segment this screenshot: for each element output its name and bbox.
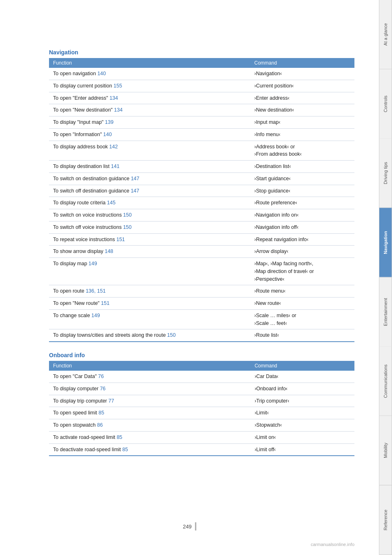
page-number: 249	[183, 522, 196, 530]
table-row: To open "Information" 140›Info menu‹	[49, 128, 354, 141]
function-cell: To switch on voice instructions 150	[49, 209, 250, 222]
function-cell: To open "Enter address" 134	[49, 92, 250, 104]
side-tabs: At a glanceControlsDriving tipsNavigatio…	[379, 0, 392, 555]
side-tab-entertainment[interactable]: Entertainment	[379, 278, 392, 347]
function-cell: To display destination list 141	[49, 161, 250, 173]
function-cell: To open navigation 140	[49, 68, 250, 80]
table-row: To display "Input map" 139›Input map‹	[49, 116, 354, 129]
function-cell: To display "Input map" 139	[49, 116, 250, 129]
page-container: Navigation Function Command To open navi…	[0, 0, 392, 555]
table-row: To open "Car Data" 76›Car Data‹	[49, 371, 354, 383]
function-cell: To display map 149	[49, 258, 250, 285]
command-cell: ›Arrow display‹	[250, 246, 354, 258]
command-cell: ›Start guidance‹	[250, 172, 354, 185]
table-row: To open stopwatch 86›Stopwatch‹	[49, 419, 354, 432]
side-tab-mobility[interactable]: Mobility	[379, 416, 392, 486]
table-row: To switch on destination guidance 147›St…	[49, 172, 354, 185]
navigation-title: Navigation	[49, 49, 354, 56]
function-cell: To display route criteria 145	[49, 197, 250, 209]
table-row: To display computer 76›Onboard info‹	[49, 383, 354, 395]
onboard-col-function: Function	[49, 361, 250, 371]
table-row: To deactivate road-speed limit 85›Limit …	[49, 443, 354, 456]
table-row: To display destination list 141›Destinat…	[49, 161, 354, 173]
function-cell: To switch off destination guidance 147	[49, 185, 250, 197]
command-cell: ›Current position‹	[250, 80, 354, 92]
function-cell: To display towns/cities and streets alon…	[49, 329, 250, 342]
function-cell: To display computer 76	[49, 383, 250, 395]
function-cell: To display trip computer 77	[49, 395, 250, 407]
side-tab-communications[interactable]: Communications	[379, 347, 392, 416]
side-tab-driving-tips[interactable]: Driving tips	[379, 139, 392, 208]
table-row: To switch off voice instructions 150›Nav…	[49, 221, 354, 233]
function-cell: To switch on destination guidance 147	[49, 172, 250, 185]
command-cell: ›Navigation info on‹	[250, 209, 354, 222]
table-row: To repeat voice instructions 151›Repeat …	[49, 233, 354, 246]
function-cell: To open "Information" 140	[49, 128, 250, 141]
command-cell: ›Scale … miles‹ or ›Scale … feet‹	[250, 309, 354, 329]
function-cell: To open route 136, 151	[49, 285, 250, 298]
command-cell: ›Trip computer‹	[250, 395, 354, 407]
function-cell: To open stopwatch 86	[49, 419, 250, 432]
command-cell: ›Onboard info‹	[250, 383, 354, 395]
table-row: To change scale 149›Scale … miles‹ or ›S…	[49, 309, 354, 329]
watermark: carmanualsonline.info	[311, 542, 354, 547]
table-row: To switch off destination guidance 147›S…	[49, 185, 354, 197]
command-cell: ›Stop guidance‹	[250, 185, 354, 197]
navigation-table: Function Command To open navigation 140›…	[49, 58, 354, 342]
side-tab-controls[interactable]: Controls	[379, 69, 392, 139]
onboard-col-command: Command	[250, 361, 354, 371]
command-cell: ›Limit‹	[250, 407, 354, 419]
command-cell: ›New route‹	[250, 298, 354, 310]
table-row: To display current position 155›Current …	[49, 80, 354, 92]
function-cell: To activate road-speed limit 85	[49, 431, 250, 443]
command-cell: ›Limit on‹	[250, 431, 354, 443]
command-cell: ›Navigation‹	[250, 68, 354, 80]
function-cell: To change scale 149	[49, 309, 250, 329]
onboard-table: Function Command To open "Car Data" 76›C…	[49, 361, 354, 456]
command-cell: ›New destination‹	[250, 104, 354, 116]
function-cell: To open "Car Data" 76	[49, 371, 250, 383]
nav-col-command: Command	[250, 58, 354, 68]
function-cell: To open "New destination" 134	[49, 104, 250, 116]
function-cell: To open "New route" 151	[49, 298, 250, 310]
table-row: To open route 136, 151›Route menu‹	[49, 285, 354, 298]
side-tab-reference[interactable]: Reference	[379, 485, 392, 555]
page-bar	[195, 522, 196, 530]
function-cell: To show arrow display 148	[49, 246, 250, 258]
table-row: To display towns/cities and streets alon…	[49, 329, 354, 342]
table-row: To show arrow display 148›Arrow display‹	[49, 246, 354, 258]
command-cell: ›Input map‹	[250, 116, 354, 129]
main-content: Navigation Function Command To open navi…	[0, 0, 379, 555]
table-row: To activate road-speed limit 85›Limit on…	[49, 431, 354, 443]
function-cell: To repeat voice instructions 151	[49, 233, 250, 246]
table-row: To display address book 142›Address book…	[49, 141, 354, 161]
side-tab-at-a-glance[interactable]: At a glance	[379, 0, 392, 69]
command-cell: ›Limit off‹	[250, 443, 354, 456]
function-cell: To display current position 155	[49, 80, 250, 92]
table-row: To open "New route" 151›New route‹	[49, 298, 354, 310]
command-cell: ›Car Data‹	[250, 371, 354, 383]
command-cell: ›Stopwatch‹	[250, 419, 354, 432]
command-cell: ›Route preference‹	[250, 197, 354, 209]
side-tab-navigation[interactable]: Navigation	[379, 208, 392, 278]
command-cell: ›Map‹, ›Map facing north‹, ›Map directio…	[250, 258, 354, 285]
command-cell: ›Info menu‹	[250, 128, 354, 141]
table-row: To display map 149›Map‹, ›Map facing nor…	[49, 258, 354, 285]
command-cell: ›Navigation info off‹	[250, 221, 354, 233]
table-row: To open speed limit 85›Limit‹	[49, 407, 354, 419]
function-cell: To display address book 142	[49, 141, 250, 161]
function-cell: To open speed limit 85	[49, 407, 250, 419]
function-cell: To deactivate road-speed limit 85	[49, 443, 250, 456]
command-cell: ›Destination list‹	[250, 161, 354, 173]
function-cell: To switch off voice instructions 150	[49, 221, 250, 233]
command-cell: ›Route list‹	[250, 329, 354, 342]
nav-col-function: Function	[49, 58, 250, 68]
command-cell: ›Enter address‹	[250, 92, 354, 104]
table-row: To switch on voice instructions 150›Navi…	[49, 209, 354, 222]
command-cell: ›Address book‹ or ›From address book‹	[250, 141, 354, 161]
command-cell: ›Repeat navigation info‹	[250, 233, 354, 246]
table-row: To display trip computer 77›Trip compute…	[49, 395, 354, 407]
command-cell: ›Route menu‹	[250, 285, 354, 298]
onboard-title: Onboard info	[49, 352, 354, 358]
table-row: To open "New destination" 134›New destin…	[49, 104, 354, 116]
